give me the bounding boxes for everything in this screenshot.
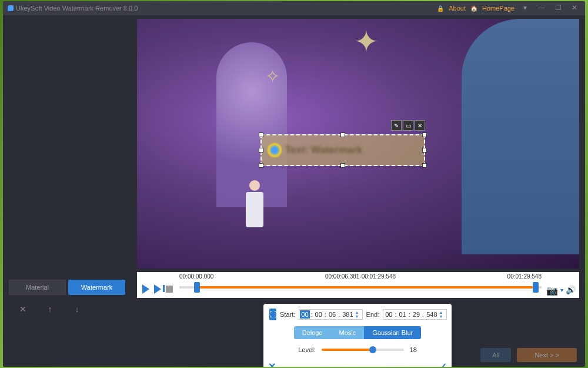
start-minutes[interactable]: 00 xyxy=(314,310,323,319)
panel-confirm-icon[interactable]: ✓ xyxy=(439,361,447,367)
mode-mosaic[interactable]: Mosic xyxy=(331,326,365,339)
dropdown-button[interactable]: ▾ xyxy=(519,4,531,13)
start-label: Start: xyxy=(280,311,295,318)
left-panel: Material Watermark ✕ ↑ ↓ xyxy=(3,15,131,367)
timeline-bar: 00:00:00.000 00:00:06.381-00:01:29.548 0… xyxy=(137,272,579,298)
resize-handle-tm[interactable] xyxy=(340,132,345,137)
app-icon xyxy=(8,5,14,11)
mode-gaussian[interactable]: Gaussian Blur xyxy=(364,326,421,339)
watermark-logo-icon xyxy=(268,143,282,157)
play-button[interactable] xyxy=(141,284,151,294)
end-seconds[interactable]: 29 xyxy=(412,310,421,319)
down-arrow-icon[interactable]: ↓ xyxy=(72,304,82,314)
close-button[interactable]: ✕ xyxy=(569,4,580,13)
resize-handle-mr[interactable] xyxy=(422,148,427,152)
delete-icon[interactable]: ✕ xyxy=(18,304,28,314)
time-end-label: 00:01:29.548 xyxy=(507,273,542,280)
settings-panel: ⛶ Start: 00 : 00 : 06 . 381 ▴ ▾ xyxy=(263,304,452,367)
tab-watermark[interactable]: Watermark xyxy=(68,280,125,295)
resize-handle-bl[interactable] xyxy=(259,163,263,168)
resize-handle-ml[interactable] xyxy=(259,148,263,152)
camera-dropdown-icon[interactable]: ▾ xyxy=(560,287,563,293)
scene-character xyxy=(243,180,266,245)
end-ms[interactable]: 548 xyxy=(425,310,438,319)
panel-tabs: Material Watermark xyxy=(9,280,125,295)
scene-chandelier-2: ✦ xyxy=(337,25,396,60)
home-icon xyxy=(470,5,477,12)
video-preview[interactable]: ✧ ✦ Text: Water xyxy=(137,19,579,268)
start-seconds[interactable]: 06 xyxy=(328,310,337,319)
range-handle-start[interactable] xyxy=(194,282,200,293)
volume-icon[interactable] xyxy=(566,285,576,294)
watermark-text: Text: Watermark xyxy=(285,144,362,156)
scene-chandelier-1: ✧ xyxy=(243,66,302,101)
preview-scene: ✧ ✦ Text: Water xyxy=(137,19,579,268)
next-button[interactable]: Next > > xyxy=(517,348,577,362)
resize-handle-tr[interactable] xyxy=(422,132,427,137)
panel-close-icon[interactable]: ✕ xyxy=(268,361,276,367)
level-slider[interactable] xyxy=(322,349,404,351)
minimize-button[interactable]: — xyxy=(536,4,547,13)
start-hours[interactable]: 00 xyxy=(300,310,309,319)
stop-button[interactable] xyxy=(164,284,175,294)
end-label: End: xyxy=(366,311,380,318)
selection-toolbar: ✎ ▭ ✕ xyxy=(391,120,425,131)
title-bar: UkeySoft Video Watermark Remover 8.0.0 A… xyxy=(3,1,585,15)
watermark-selection-box[interactable]: Text: Watermark ✎ ▭ ✕ xyxy=(260,134,425,166)
mode-tabs: Delogo Mosic Gaussian Blur xyxy=(269,326,446,339)
about-link[interactable]: About xyxy=(449,5,466,12)
image-selection-icon[interactable]: ▭ xyxy=(403,120,413,131)
resize-handle-tl[interactable] xyxy=(259,132,263,137)
start-time-input[interactable]: 00 : 00 : 06 . 381 ▴ ▾ xyxy=(299,309,362,320)
delete-selection-icon[interactable]: ✕ xyxy=(415,120,425,131)
level-label: Level: xyxy=(298,346,315,353)
right-panel: ✧ ✦ Text: Water xyxy=(131,15,585,367)
resize-handle-bm[interactable] xyxy=(340,163,345,168)
step-button[interactable] xyxy=(152,284,163,294)
lock-icon xyxy=(437,5,444,12)
level-value: 18 xyxy=(410,346,417,353)
snapshot-icon[interactable] xyxy=(546,285,558,294)
start-ms[interactable]: 381 xyxy=(341,310,354,319)
mode-delogo[interactable]: Delogo xyxy=(294,326,331,339)
start-spin-down[interactable]: ▾ xyxy=(356,314,362,319)
range-handle-end[interactable] xyxy=(533,282,539,293)
up-arrow-icon[interactable]: ↑ xyxy=(45,304,55,314)
level-slider-thumb[interactable] xyxy=(369,346,376,353)
app-title: UkeySoft Video Watermark Remover 8.0.0 xyxy=(16,5,138,12)
maximize-button[interactable]: ☐ xyxy=(552,4,564,13)
end-minutes[interactable]: 01 xyxy=(398,310,407,319)
homepage-link[interactable]: HomePage xyxy=(482,5,514,12)
edit-selection-icon[interactable]: ✎ xyxy=(391,120,402,131)
tab-material[interactable]: Material xyxy=(9,280,66,295)
timeline-track[interactable] xyxy=(179,282,542,293)
time-range-label: 00:00:06.381-00:01:29.548 xyxy=(325,273,396,280)
end-spin-down[interactable]: ▾ xyxy=(440,314,446,319)
app-window: UkeySoft Video Watermark Remover 8.0.0 A… xyxy=(3,1,585,367)
all-button[interactable]: All xyxy=(480,348,511,362)
end-hours[interactable]: 00 xyxy=(384,310,393,319)
resize-handle-br[interactable] xyxy=(422,163,427,168)
end-time-input[interactable]: 00 : 01 : 29 . 548 ▴ ▾ xyxy=(383,309,446,320)
fullscreen-icon[interactable]: ⛶ xyxy=(269,309,276,320)
time-start-label: 00:00:00.000 xyxy=(179,273,213,280)
scene-window-right xyxy=(462,19,579,254)
